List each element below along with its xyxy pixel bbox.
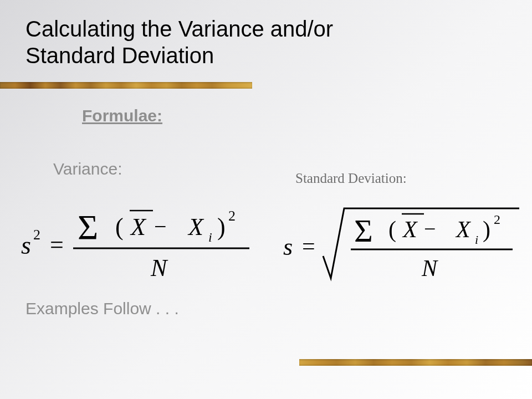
open-paren: ( <box>388 217 396 243</box>
stddev-formula: s = Σ ( X − X i ) 2 N <box>280 195 524 291</box>
slide-title: Calculating the Variance and/or Standard… <box>25 16 333 69</box>
sigma-icon: Σ <box>78 208 98 247</box>
variance-lhs-exp: 2 <box>33 227 40 243</box>
decorative-bar-bottom <box>299 359 532 366</box>
xi-base: X <box>455 217 472 242</box>
close-paren: ) <box>217 213 226 241</box>
stddev-lhs-base: s <box>283 233 293 260</box>
close-paren: ) <box>483 217 490 243</box>
minus-sign: − <box>154 214 167 239</box>
squared-exp: 2 <box>228 208 236 224</box>
sigma-icon: Σ <box>354 213 373 249</box>
xi-subscript: i <box>475 233 478 247</box>
variance-lhs-base: s <box>21 231 31 259</box>
minus-sign: − <box>424 217 436 241</box>
variance-formula: s 2 = Σ ( X − X i ) 2 N <box>18 200 256 285</box>
xbar: X <box>130 213 147 241</box>
xi-base: X <box>187 213 204 241</box>
denominator-n: N <box>421 255 438 281</box>
stddev-label: Standard Deviation: <box>295 171 407 186</box>
examples-follow-label: Examples Follow . . . <box>25 299 179 318</box>
formulae-heading: Formulae: <box>82 106 162 125</box>
equals-sign: = <box>50 231 64 258</box>
open-paren: ( <box>115 213 124 241</box>
title-line-1: Calculating the Variance and/or <box>25 17 333 41</box>
decorative-bar-top <box>0 82 252 89</box>
variance-label: Variance: <box>53 160 122 178</box>
squared-exp: 2 <box>494 212 500 227</box>
equals-sign: = <box>302 233 315 259</box>
xbar: X <box>402 217 418 242</box>
title-line-2: Standard Deviation <box>25 43 214 68</box>
xi-subscript: i <box>208 230 212 244</box>
denominator-n: N <box>150 254 168 282</box>
